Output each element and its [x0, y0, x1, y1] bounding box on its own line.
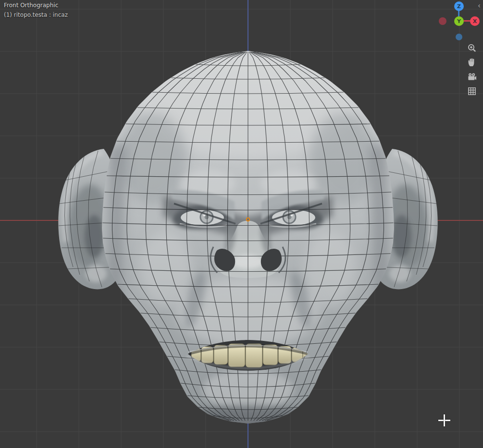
gizmo-x-axis-ball[interactable]: X: [470, 16, 480, 26]
viewport-canvas[interactable]: [0, 0, 483, 448]
camera-view-icon[interactable]: [467, 72, 477, 83]
3d-viewport[interactable]: Front Orthographic (1) ritopo.testa : in…: [0, 0, 483, 448]
gizmo-y-axis-ball[interactable]: Y: [454, 16, 464, 26]
gizmo-x-line: [464, 20, 471, 22]
sidebar-collapse-arrow-icon[interactable]: ‹: [478, 1, 481, 10]
gizmo-neg-x-ball[interactable]: [439, 17, 446, 25]
zoom-icon[interactable]: [467, 43, 477, 53]
gizmo-z-axis-ball[interactable]: Z: [454, 1, 464, 11]
head-mesh[interactable]: [102, 48, 394, 432]
gizmo-neg-z-ball[interactable]: [456, 34, 462, 40]
pan-hand-icon[interactable]: [467, 57, 477, 68]
grid-ortho-icon[interactable]: [467, 86, 477, 97]
